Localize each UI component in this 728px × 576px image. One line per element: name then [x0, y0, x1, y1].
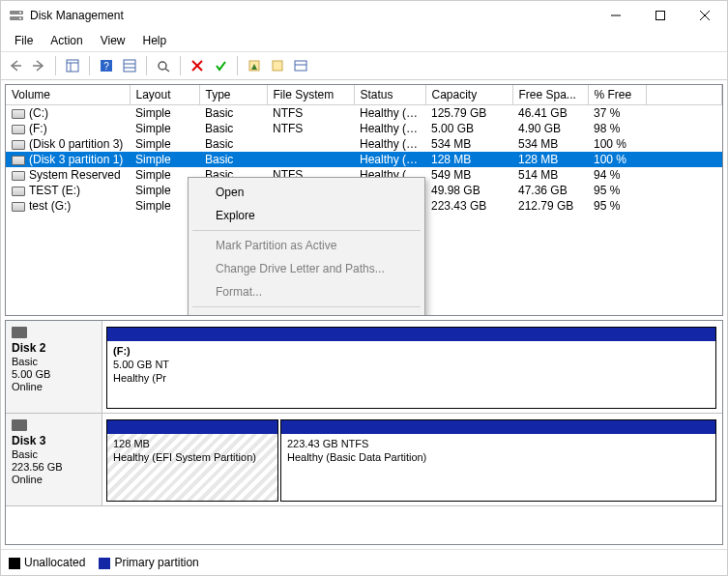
- partition[interactable]: (F:)5.00 GB NTHealthy (Pr: [106, 327, 716, 409]
- help-button[interactable]: ?: [96, 55, 117, 76]
- column-headers[interactable]: Volume Layout Type File System Status Ca…: [6, 85, 722, 105]
- refresh-button[interactable]: [153, 55, 174, 76]
- volume-row[interactable]: (F:)SimpleBasicNTFSHealthy (P...5.00 GB4…: [6, 121, 722, 136]
- svg-line-19: [165, 69, 169, 72]
- col-fs[interactable]: File System: [267, 85, 354, 105]
- forward-button[interactable]: [28, 55, 49, 76]
- svg-point-3: [19, 17, 21, 19]
- svg-rect-24: [295, 61, 306, 71]
- drive-icon: [12, 125, 25, 134]
- context-menu-item: Change Drive Letter and Paths...: [190, 257, 422, 280]
- col-capacity[interactable]: Capacity: [425, 85, 512, 105]
- col-type[interactable]: Type: [199, 85, 267, 105]
- col-free[interactable]: Free Spa...: [512, 85, 588, 105]
- toolbar-separator: [237, 56, 238, 75]
- partition[interactable]: 128 MBHealthy (EFI System Partition): [106, 419, 278, 502]
- svg-rect-23: [273, 61, 282, 71]
- volume-row[interactable]: (Disk 3 partition 1)SimpleBasicHealthy (…: [6, 152, 722, 167]
- toolbar-separator: [146, 56, 147, 75]
- back-button[interactable]: [5, 55, 26, 76]
- drive-icon: [12, 140, 25, 150]
- menu-file[interactable]: File: [7, 32, 41, 49]
- context-menu-item[interactable]: Explore: [190, 204, 422, 227]
- toolbar-separator: [89, 56, 90, 75]
- volume-row[interactable]: (Disk 0 partition 3)SimpleBasicHealthy (…: [6, 136, 722, 152]
- drive-icon: [12, 156, 25, 165]
- drive-icon: [12, 187, 25, 196]
- window-title: Disk Management: [30, 9, 594, 22]
- minimize-button[interactable]: [594, 1, 638, 30]
- context-menu-item[interactable]: Open: [190, 181, 422, 204]
- disk-info[interactable]: Disk 3Basic223.56 GBOnline: [6, 414, 102, 505]
- context-menu-separator: [192, 230, 421, 231]
- disk-icon: [12, 327, 27, 338]
- svg-point-18: [159, 62, 166, 70]
- drive-icon: [12, 202, 25, 212]
- unallocated-swatch: [9, 558, 20, 569]
- partition-bar: [107, 420, 277, 434]
- legend: Unallocated Primary partition: [1, 549, 727, 575]
- menubar: File Action View Help: [1, 30, 727, 52]
- primary-swatch: [99, 558, 110, 569]
- delete-button[interactable]: [187, 55, 208, 76]
- svg-rect-10: [67, 60, 78, 72]
- partition-bar: [107, 328, 715, 341]
- disk-graphical-view[interactable]: Disk 2Basic5.00 GBOnline(F:)5.00 GB NTHe…: [5, 320, 723, 545]
- legend-primary: Primary partition: [99, 556, 198, 569]
- context-menu-item: Extend Volume...: [190, 310, 422, 316]
- partition-container: 128 MBHealthy (EFI System Partition)223.…: [102, 414, 722, 505]
- legend-unallocated: Unallocated: [9, 556, 85, 569]
- drive-icon: [12, 109, 25, 119]
- col-layout[interactable]: Layout: [130, 85, 199, 105]
- context-menu-separator: [192, 306, 421, 307]
- app-icon: [9, 8, 24, 23]
- toolbar-separator: [55, 56, 56, 75]
- check-button[interactable]: [210, 55, 231, 76]
- settings-button[interactable]: [119, 55, 140, 76]
- disk-icon: [12, 419, 27, 431]
- partition-bar: [281, 420, 715, 434]
- action-button-2[interactable]: [267, 55, 288, 76]
- menu-view[interactable]: View: [93, 32, 133, 49]
- svg-rect-5: [656, 12, 665, 20]
- maximize-button[interactable]: [638, 1, 683, 30]
- partition-container: (F:)5.00 GB NTHealthy (Pr: [102, 321, 722, 413]
- close-button[interactable]: [683, 1, 727, 30]
- svg-rect-15: [124, 60, 135, 72]
- volume-list[interactable]: Volume Layout Type File System Status Ca…: [5, 84, 723, 316]
- context-menu: OpenExploreMark Partition as ActiveChang…: [188, 177, 425, 316]
- context-menu-item: Format...: [190, 280, 422, 303]
- disk-info[interactable]: Disk 2Basic5.00 GBOnline: [6, 321, 102, 413]
- drive-icon: [12, 171, 25, 181]
- menu-action[interactable]: Action: [43, 32, 90, 49]
- action-button-1[interactable]: [244, 55, 265, 76]
- menu-help[interactable]: Help: [135, 32, 175, 49]
- volume-row[interactable]: (C:)SimpleBasicNTFSHealthy (B...125.79 G…: [6, 105, 722, 122]
- svg-point-2: [19, 12, 21, 14]
- context-menu-item: Mark Partition as Active: [190, 234, 422, 257]
- col-status[interactable]: Status: [354, 85, 425, 105]
- disk-row: Disk 3Basic223.56 GBOnline128 MBHealthy …: [6, 414, 722, 506]
- toolbar-separator: [180, 56, 181, 75]
- toolbar: ?: [1, 52, 727, 80]
- properties-button[interactable]: [290, 55, 311, 76]
- disk-row: Disk 2Basic5.00 GBOnline(F:)5.00 GB NTHe…: [6, 321, 722, 414]
- col-pct[interactable]: % Free: [588, 85, 646, 105]
- svg-text:?: ?: [103, 61, 109, 72]
- show-hide-tree-button[interactable]: [62, 55, 83, 76]
- col-volume[interactable]: Volume: [6, 85, 130, 105]
- partition[interactable]: 223.43 GB NTFSHealthy (Basic Data Partit…: [280, 419, 716, 502]
- titlebar: Disk Management: [1, 1, 727, 30]
